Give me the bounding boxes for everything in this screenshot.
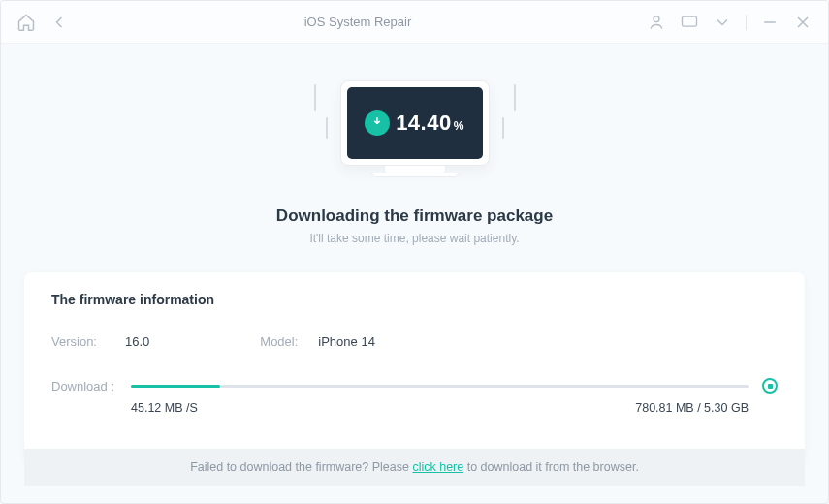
footer-post-text: to download it from the browser. [463, 460, 639, 474]
firmware-info-panel: The firmware information Version: 16.0 M… [24, 272, 805, 463]
close-icon[interactable] [793, 13, 813, 32]
model-value: iPhone 14 [318, 334, 375, 349]
download-browser-link[interactable]: click here [412, 460, 463, 474]
panel-title: The firmware information [51, 292, 778, 307]
decor-line [502, 117, 504, 139]
model-label: Model: [260, 334, 318, 349]
progress-bar-fill [131, 385, 220, 388]
download-size: 780.81 MB / 5.30 GB [635, 401, 749, 415]
progress-value: 14.40 [396, 110, 452, 135]
minimize-icon[interactable] [760, 13, 780, 32]
progress-bar [131, 385, 749, 388]
progress-percent: 14.40% [396, 110, 464, 136]
expand-icon[interactable] [713, 13, 732, 32]
decor-line [326, 117, 328, 139]
decor-line [514, 84, 516, 111]
decor-line [314, 84, 316, 111]
feedback-icon[interactable] [680, 13, 699, 32]
stop-button[interactable] [762, 378, 778, 394]
version-value: 16.0 [125, 334, 149, 349]
download-icon [365, 110, 390, 136]
user-icon[interactable] [647, 13, 666, 32]
back-icon[interactable] [49, 13, 69, 32]
subheadline: It'll take some time, please wait patien… [309, 232, 519, 245]
home-icon[interactable] [16, 13, 36, 32]
divider [746, 15, 747, 30]
download-speed: 45.12 MB /S [131, 401, 198, 415]
monitor-illustration: 14.40% [270, 71, 560, 187]
headline: Downloading the firmware package [276, 206, 553, 226]
window-title: iOS System Repair [304, 15, 412, 29]
title-bar: iOS System Repair [1, 1, 828, 44]
download-label: Download : [51, 379, 131, 394]
version-label: Version: [51, 334, 125, 349]
svg-point-0 [654, 16, 659, 21]
percent-symbol: % [454, 119, 464, 133]
footer-pre-text: Failed to download the firmware? Please [190, 460, 412, 474]
hero-section: 14.40% Downloading the firmware package … [1, 44, 828, 245]
footer-message: Failed to download the firmware? Please … [24, 449, 805, 486]
